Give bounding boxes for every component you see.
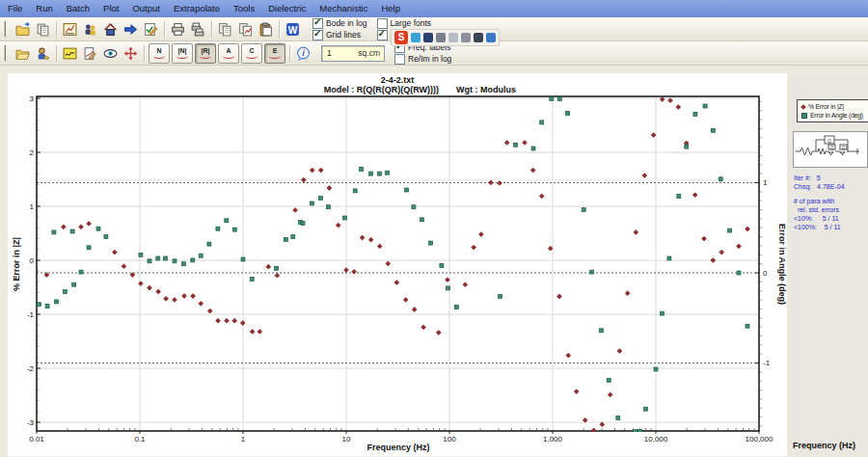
- menu-tools[interactable]: Tools: [227, 0, 261, 17]
- toolbar-grip[interactable]: [4, 45, 9, 61]
- data-point-angle-error: [514, 143, 518, 147]
- plot-type-button-N[interactable]: N: [149, 43, 170, 64]
- word-button[interactable]: W: [283, 19, 303, 39]
- phone-icon[interactable]: [411, 33, 420, 42]
- move-button[interactable]: [121, 43, 141, 63]
- data-point-angle-error: [590, 270, 594, 274]
- data-point-angle-error: [599, 329, 603, 333]
- x-tick-label: 1: [241, 435, 246, 444]
- info-button[interactable]: i: [293, 43, 313, 63]
- menu-dielectric[interactable]: Dielectric: [261, 0, 312, 17]
- home-button[interactable]: [100, 19, 121, 39]
- print-all-icon: [191, 22, 205, 37]
- plot-button-curve-icon: [223, 54, 234, 59]
- data-point-angle-error: [301, 222, 305, 226]
- star-icon[interactable]: [436, 33, 446, 42]
- data-point-angle-error: [104, 235, 108, 239]
- wrench-icon[interactable]: [486, 33, 496, 42]
- x-axis-label-right: Frequency (Hz): [793, 441, 855, 450]
- toolbar-separator: [279, 21, 280, 38]
- sign-button[interactable]: [80, 43, 100, 63]
- plot-type-button-A[interactable]: A: [218, 43, 239, 64]
- data-point-angle-error: [250, 278, 254, 282]
- svg-text:Q: Q: [842, 146, 846, 150]
- copy-graph-button[interactable]: [235, 19, 256, 39]
- checkbox-box[interactable]: [377, 30, 388, 40]
- fit-statistics: Iter #: 5Chsq: 4.78E-04# of para with re…: [794, 174, 845, 231]
- plot-type-button-absRabs[interactable]: |R|: [195, 43, 216, 64]
- data-point-angle-error: [616, 417, 620, 420]
- print-button[interactable]: [168, 19, 188, 39]
- moon-icon[interactable]: [423, 33, 433, 42]
- toolbar-separator: [164, 21, 165, 38]
- checkbox-re-im-in-log[interactable]: Re/Im in log: [394, 53, 451, 65]
- next-arrow-button[interactable]: [121, 19, 141, 39]
- chart-button[interactable]: [60, 19, 80, 39]
- electrode-area-field[interactable]: 1sq.cm: [321, 45, 385, 62]
- menu-file[interactable]: File: [1, 0, 29, 17]
- legend-diamond-marker-icon: [800, 104, 806, 110]
- menu-extrapolate[interactable]: Extrapolate: [167, 0, 227, 17]
- checkbox-box[interactable]: [312, 30, 323, 40]
- card-icon[interactable]: [448, 33, 458, 42]
- data-point-angle-error: [440, 264, 444, 268]
- batch-button[interactable]: [80, 19, 100, 39]
- legend-square-marker-icon: [801, 113, 807, 119]
- checkbox-grid-lines[interactable]: Grid lines: [312, 29, 367, 40]
- data-point-angle-error: [284, 237, 287, 241]
- data-button[interactable]: [60, 43, 80, 63]
- menu-help[interactable]: Help: [374, 0, 407, 17]
- data-point-angle-error: [156, 256, 160, 260]
- plot-type-button-C[interactable]: C: [241, 43, 262, 64]
- menu-mechanistic[interactable]: Mechanistic: [312, 0, 374, 17]
- data-point-angle-error: [360, 168, 364, 172]
- user-button[interactable]: [33, 43, 53, 63]
- plot-type-button-E[interactable]: E: [264, 43, 285, 64]
- print-all-button[interactable]: [188, 19, 208, 39]
- copy-graph-icon: [238, 22, 253, 37]
- stats-line: # of para with: [794, 197, 845, 205]
- mic-icon[interactable]: [461, 33, 471, 42]
- fit-button[interactable]: [141, 19, 161, 39]
- menu-run[interactable]: Run: [29, 0, 59, 17]
- paste-button[interactable]: [256, 19, 276, 39]
- print-icon: [171, 22, 185, 37]
- data-point-angle-error: [667, 256, 671, 260]
- y-left-tick-label: 1: [30, 202, 35, 211]
- save-file-button[interactable]: [33, 19, 53, 39]
- checkbox-large-fonts[interactable]: Large fonts: [377, 17, 441, 29]
- open-file-button[interactable]: [13, 19, 33, 39]
- legend-label: Error in Angle (deg): [810, 112, 863, 119]
- area-value[interactable]: 1: [322, 48, 358, 58]
- data-point-angle-error: [420, 218, 423, 222]
- view-icon: [103, 46, 118, 61]
- plot-type-button-absNabs[interactable]: |N|: [172, 43, 193, 64]
- plot-button-curve-icon: [269, 54, 281, 59]
- menu-batch[interactable]: Batch: [60, 0, 96, 17]
- shirt-icon[interactable]: [474, 33, 483, 42]
- view-button[interactable]: [100, 43, 121, 63]
- legend-item: % Error in |Z|: [800, 102, 867, 111]
- toolbar-grip[interactable]: [4, 21, 9, 37]
- menu-output[interactable]: Output: [125, 0, 167, 17]
- open-file-icon: [15, 22, 30, 37]
- data-point-angle-error: [557, 97, 561, 101]
- legend-item: Error in Angle (deg): [800, 111, 867, 120]
- open-folder-button[interactable]: [13, 43, 33, 63]
- toolbar-separator: [144, 45, 145, 62]
- checkbox-box[interactable]: [394, 54, 405, 65]
- menu-plot[interactable]: Plot: [96, 0, 125, 17]
- data-point-angle-error: [719, 177, 722, 181]
- plot-button-curve-icon: [153, 54, 165, 59]
- skype-icon[interactable]: S: [394, 31, 408, 44]
- floating-launcher-strip: S: [391, 29, 500, 46]
- side-panel: % Error in |Z|Error in Angle (deg) QQQ I…: [789, 73, 868, 456]
- data-point-angle-error: [37, 303, 41, 307]
- y-left-tick-label: -2: [27, 364, 35, 373]
- copy-button[interactable]: [215, 19, 235, 39]
- stats-line: rel. std. errors: [794, 205, 845, 214]
- data-point-angle-error: [225, 219, 229, 223]
- area-unit: sq.cm: [358, 48, 384, 58]
- data-point-angle-error: [693, 112, 697, 116]
- data-point-angle-error: [173, 259, 176, 263]
